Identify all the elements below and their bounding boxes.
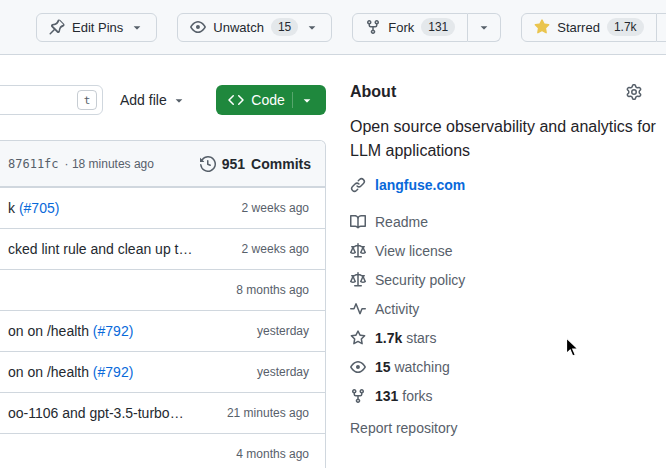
edit-pins-button[interactable]: Edit Pins bbox=[36, 13, 157, 42]
starred-button[interactable]: Starred 1.7k bbox=[521, 13, 656, 42]
commit-age: 2 weeks ago bbox=[242, 201, 309, 215]
file-row[interactable]: k (#705) 2 weeks ago bbox=[0, 187, 325, 228]
commit-message-link[interactable]: cked lint rule and clean up t… bbox=[8, 241, 192, 257]
star-count-badge: 1.7k bbox=[607, 18, 644, 36]
watch-count-badge: 15 bbox=[271, 18, 298, 36]
file-row[interactable]: on on /health (#792) yesterday bbox=[0, 351, 325, 392]
repo-action-bar: Edit Pins Unwatch 15 Fork 131 Starred 1.… bbox=[0, 0, 666, 55]
chevron-down-icon bbox=[300, 93, 314, 107]
commit-age: yesterday bbox=[257, 365, 309, 379]
watching-link[interactable]: 15 watching bbox=[350, 352, 656, 381]
file-row[interactable]: on on /health (#792) yesterday bbox=[0, 310, 325, 351]
link-icon bbox=[350, 177, 366, 193]
website-link[interactable]: langfuse.com bbox=[375, 177, 465, 193]
about-sidebar: About Open source observability and anal… bbox=[350, 55, 666, 468]
commit-age: yesterday bbox=[257, 324, 309, 338]
shortcut-key-hint: t bbox=[77, 90, 97, 110]
fork-count-badge: 131 bbox=[421, 18, 455, 36]
add-file-label: Add file bbox=[120, 92, 167, 108]
star-dropdown-button[interactable] bbox=[657, 13, 666, 42]
fork-label: Fork bbox=[388, 20, 414, 35]
history-icon bbox=[200, 156, 216, 172]
file-row[interactable]: 8 months ago bbox=[0, 269, 325, 310]
activity-link[interactable]: Activity bbox=[350, 294, 656, 323]
go-to-file-input[interactable]: t bbox=[0, 85, 103, 115]
file-row[interactable]: 4 months ago bbox=[0, 433, 325, 468]
file-row[interactable]: oo-1106 and gpt-3.5-turbo… 21 minutes ag… bbox=[0, 392, 325, 433]
commit-age: 4 months ago bbox=[236, 447, 309, 461]
pr-link[interactable]: (#792) bbox=[93, 323, 133, 339]
about-links: Readme View license Security policy Acti… bbox=[350, 207, 656, 410]
readme-link[interactable]: Readme bbox=[350, 207, 656, 236]
commit-time: · 18 minutes ago bbox=[65, 157, 154, 171]
edit-pins-label: Edit Pins bbox=[72, 20, 123, 35]
file-table: 87611fc · 18 minutes ago 951 Commits k (… bbox=[0, 140, 326, 468]
latest-commit-meta: 87611fc · 18 minutes ago bbox=[8, 157, 154, 171]
law-icon bbox=[350, 243, 366, 259]
forks-link[interactable]: 131 forks bbox=[350, 381, 656, 410]
eye-icon bbox=[190, 19, 206, 35]
code-button[interactable]: Code bbox=[216, 85, 326, 115]
pr-link[interactable]: (#792) bbox=[93, 364, 133, 380]
starred-label: Starred bbox=[557, 20, 600, 35]
commit-age: 8 months ago bbox=[236, 283, 309, 297]
unwatch-label: Unwatch bbox=[213, 20, 264, 35]
commit-message-link[interactable]: on on /health (#792) bbox=[8, 323, 133, 339]
book-icon bbox=[350, 214, 366, 230]
fork-icon bbox=[350, 388, 366, 404]
law-icon bbox=[350, 272, 366, 288]
about-header: About bbox=[350, 83, 656, 101]
star-icon bbox=[350, 330, 366, 346]
license-link[interactable]: View license bbox=[350, 236, 656, 265]
commit-hash-link[interactable]: 87611fc bbox=[8, 157, 59, 171]
file-toolbar: t Add file Code bbox=[0, 85, 326, 115]
chevron-down-icon bbox=[305, 20, 319, 34]
stars-link[interactable]: 1.7k stars bbox=[350, 323, 656, 352]
chevron-down-icon bbox=[172, 93, 186, 107]
commits-count: 951 bbox=[222, 156, 245, 172]
repo-description: Open source observability and analytics … bbox=[350, 115, 656, 163]
fork-button[interactable]: Fork 131 bbox=[352, 13, 468, 42]
unwatch-button[interactable]: Unwatch 15 bbox=[177, 13, 332, 42]
commits-history-link[interactable]: 951 Commits bbox=[200, 156, 311, 172]
commit-message-link[interactable]: k (#705) bbox=[8, 200, 59, 216]
commit-message-link[interactable]: oo-1106 and gpt-3.5-turbo… bbox=[8, 405, 184, 421]
button-divider bbox=[292, 92, 293, 108]
report-repository-link[interactable]: Report repository bbox=[350, 420, 656, 436]
file-row[interactable]: cked lint rule and clean up t… 2 weeks a… bbox=[0, 228, 325, 269]
website-row[interactable]: langfuse.com bbox=[350, 177, 656, 193]
eye-icon bbox=[350, 359, 366, 375]
commits-label: Commits bbox=[251, 156, 311, 172]
star-icon bbox=[534, 19, 550, 35]
security-policy-link[interactable]: Security policy bbox=[350, 265, 656, 294]
fork-icon bbox=[365, 19, 381, 35]
commit-age: 2 weeks ago bbox=[242, 242, 309, 256]
file-browser-column: t Add file Code 87611fc · 18 minutes ago bbox=[0, 55, 326, 468]
latest-commit-bar: 87611fc · 18 minutes ago 951 Commits bbox=[0, 141, 325, 187]
pr-link[interactable]: (#705) bbox=[19, 200, 59, 216]
repo-main: t Add file Code 87611fc · 18 minutes ago bbox=[0, 55, 666, 468]
fork-dropdown-button[interactable] bbox=[468, 13, 501, 42]
star-button-group: Starred 1.7k bbox=[521, 13, 666, 42]
pulse-icon bbox=[350, 301, 366, 317]
add-file-button[interactable]: Add file bbox=[120, 85, 186, 115]
about-title: About bbox=[350, 83, 396, 101]
gear-icon[interactable] bbox=[626, 84, 642, 100]
code-icon bbox=[228, 92, 244, 108]
chevron-down-icon bbox=[477, 20, 491, 34]
pin-icon bbox=[49, 19, 65, 35]
chevron-down-icon bbox=[130, 20, 144, 34]
fork-button-group: Fork 131 bbox=[352, 13, 501, 42]
commit-age: 21 minutes ago bbox=[227, 406, 309, 420]
commit-message-link[interactable]: on on /health (#792) bbox=[8, 364, 133, 380]
code-label: Code bbox=[251, 92, 284, 108]
